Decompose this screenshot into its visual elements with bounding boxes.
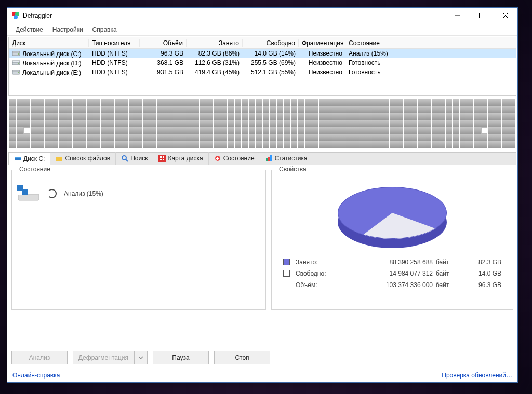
frag-cell[interactable] <box>453 127 459 134</box>
frag-cell[interactable] <box>51 106 58 113</box>
frag-cell[interactable] <box>87 106 94 113</box>
col-state[interactable]: Состояние <box>345 39 516 47</box>
frag-cell[interactable] <box>284 141 290 148</box>
frag-cell[interactable] <box>326 120 333 127</box>
frag-cell[interactable] <box>101 120 108 127</box>
frag-cell[interactable] <box>228 134 234 141</box>
frag-cell[interactable] <box>206 127 213 134</box>
frag-cell[interactable] <box>319 134 326 141</box>
frag-cell[interactable] <box>37 99 44 106</box>
frag-cell[interactable] <box>17 134 23 141</box>
frag-cell[interactable] <box>73 113 79 120</box>
frag-cell[interactable] <box>291 113 298 120</box>
frag-cell[interactable] <box>122 134 129 141</box>
frag-cell[interactable] <box>432 127 438 134</box>
frag-cell[interactable] <box>410 120 417 127</box>
frag-cell[interactable] <box>326 106 333 113</box>
frag-cell[interactable] <box>375 106 382 113</box>
frag-cell[interactable] <box>249 106 256 113</box>
frag-cell[interactable] <box>312 113 319 120</box>
frag-cell[interactable] <box>375 113 382 120</box>
frag-cell[interactable] <box>192 106 199 113</box>
frag-cell[interactable] <box>178 141 185 148</box>
frag-cell[interactable] <box>185 99 192 106</box>
frag-cell[interactable] <box>136 134 143 141</box>
frag-cell[interactable] <box>263 106 270 113</box>
frag-cell[interactable] <box>242 127 248 134</box>
frag-cell[interactable] <box>326 134 333 141</box>
frag-cell[interactable] <box>23 99 30 106</box>
frag-cell[interactable] <box>65 127 72 134</box>
frag-cell[interactable] <box>298 120 304 127</box>
frag-cell[interactable] <box>432 134 438 141</box>
frag-cell[interactable] <box>368 134 375 141</box>
frag-cell[interactable] <box>108 106 115 113</box>
frag-cell[interactable] <box>157 113 164 120</box>
frag-cell[interactable] <box>361 134 368 141</box>
col-used[interactable]: Занято <box>187 39 243 47</box>
frag-cell[interactable] <box>495 127 502 134</box>
frag-cell[interactable] <box>333 134 340 141</box>
frag-cell[interactable] <box>263 120 270 127</box>
frag-cell[interactable] <box>79 99 86 106</box>
frag-cell[interactable] <box>298 141 304 148</box>
frag-cell[interactable] <box>220 106 227 113</box>
frag-cell[interactable] <box>312 141 319 148</box>
frag-cell[interactable] <box>94 120 101 127</box>
frag-cell[interactable] <box>432 113 438 120</box>
frag-cell[interactable] <box>305 127 312 134</box>
frag-cell[interactable] <box>354 134 361 141</box>
frag-cell[interactable] <box>143 127 150 134</box>
frag-cell[interactable] <box>410 127 417 134</box>
frag-cell[interactable] <box>115 127 122 134</box>
frag-cell[interactable] <box>185 113 192 120</box>
frag-cell[interactable] <box>150 113 157 120</box>
frag-cell[interactable] <box>65 141 72 148</box>
frag-cell[interactable] <box>354 113 361 120</box>
frag-cell[interactable] <box>340 99 347 106</box>
frag-cell[interactable] <box>354 127 361 134</box>
frag-cell[interactable] <box>474 120 481 127</box>
frag-cell[interactable] <box>157 120 164 127</box>
frag-cell[interactable] <box>270 134 276 141</box>
frag-cell[interactable] <box>305 99 312 106</box>
frag-cell[interactable] <box>136 106 143 113</box>
frag-cell[interactable] <box>453 120 459 127</box>
frag-cell[interactable] <box>129 113 136 120</box>
frag-cell[interactable] <box>467 127 474 134</box>
frag-cell[interactable] <box>418 106 424 113</box>
frag-cell[interactable] <box>474 113 481 120</box>
frag-cell[interactable] <box>23 141 30 148</box>
frag-cell[interactable] <box>23 113 30 120</box>
frag-cell[interactable] <box>65 113 72 120</box>
frag-cell[interactable] <box>495 134 502 141</box>
menu-help[interactable]: Справка <box>88 24 121 35</box>
frag-cell[interactable] <box>59 127 65 134</box>
frag-cell[interactable] <box>115 120 122 127</box>
frag-cell[interactable] <box>51 127 58 134</box>
frag-cell[interactable] <box>31 127 37 134</box>
frag-cell[interactable] <box>375 99 382 106</box>
frag-cell[interactable] <box>249 120 256 127</box>
frag-cell[interactable] <box>319 99 326 106</box>
frag-cell[interactable] <box>375 127 382 134</box>
frag-cell[interactable] <box>192 127 199 134</box>
frag-cell[interactable] <box>263 113 270 120</box>
frag-cell[interactable] <box>178 113 185 120</box>
frag-cell[interactable] <box>404 141 410 148</box>
frag-cell[interactable] <box>263 99 270 106</box>
frag-cell[interactable] <box>37 106 44 113</box>
frag-cell[interactable] <box>185 120 192 127</box>
frag-cell[interactable] <box>9 134 16 141</box>
frag-cell[interactable] <box>249 134 256 141</box>
frag-cell[interactable] <box>312 106 319 113</box>
frag-cell[interactable] <box>143 113 150 120</box>
frag-cell[interactable] <box>460 113 467 120</box>
frag-cell[interactable] <box>312 127 319 134</box>
frag-cell[interactable] <box>312 134 319 141</box>
drive-row[interactable]: Локальный диск (C:)HDD (NTFS)96.3 GB82.3… <box>9 49 516 58</box>
frag-cell[interactable] <box>101 141 108 148</box>
frag-cell[interactable] <box>214 106 220 113</box>
frag-cell[interactable] <box>143 99 150 106</box>
frag-cell[interactable] <box>101 113 108 120</box>
